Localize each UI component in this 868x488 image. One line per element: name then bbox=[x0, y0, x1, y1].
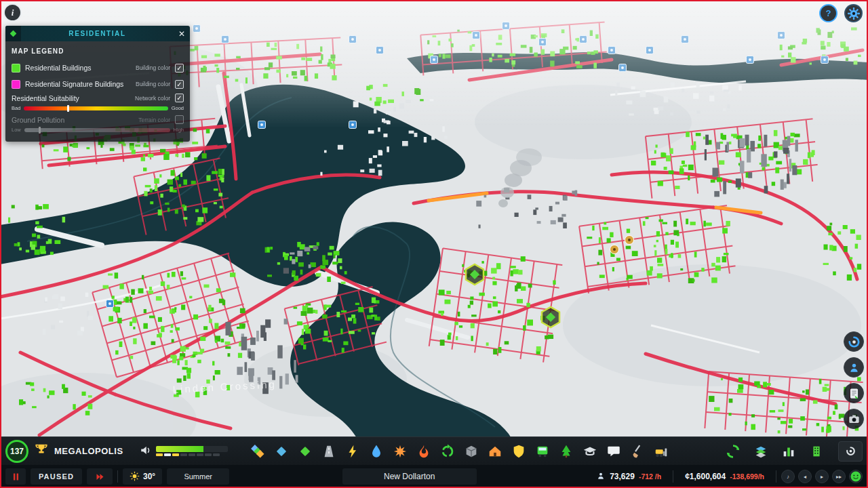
education-tool-icon bbox=[583, 444, 597, 459]
season-display[interactable]: Summer bbox=[167, 468, 229, 485]
residential-diamond-icon bbox=[8, 28, 18, 39]
sim-speed-button[interactable] bbox=[87, 468, 113, 485]
trophy-icon bbox=[34, 443, 49, 458]
healthcare-tool[interactable] bbox=[391, 441, 410, 462]
info-button[interactable]: i bbox=[3, 3, 22, 22]
legend-color-type: Building color bbox=[136, 64, 170, 71]
radio-play-button[interactable]: ▸ bbox=[815, 470, 829, 483]
statistics-panel-button[interactable] bbox=[779, 441, 798, 462]
sun-icon bbox=[130, 471, 140, 483]
map-info-panel-button-icon bbox=[753, 444, 768, 459]
garbage-tool-icon bbox=[440, 444, 455, 459]
milestone-level-value: 137 bbox=[10, 447, 24, 456]
areas-tool[interactable] bbox=[272, 441, 291, 462]
legend-close-button[interactable]: ✕ bbox=[174, 26, 190, 41]
residential-zoning-icon bbox=[5, 26, 21, 41]
communications-tool[interactable] bbox=[604, 441, 623, 462]
cargo-tool-icon bbox=[464, 444, 479, 459]
legend-panel: RESIDENTIAL ✕ MAP LEGEND Residential Bui… bbox=[5, 26, 190, 142]
legend-checkbox-ground-pollution[interactable] bbox=[175, 115, 184, 124]
radio-controls: ♪◂▸▸▸ bbox=[781, 470, 863, 483]
economy-panel-button-icon bbox=[726, 444, 741, 459]
pause-button[interactable] bbox=[5, 468, 26, 485]
advisor-button-icon bbox=[848, 361, 861, 374]
legend-section-title: MAP LEGEND bbox=[12, 47, 184, 55]
population-display[interactable]: 73,629 -712 /h bbox=[589, 468, 668, 485]
legend-row-residential-buildings: Residential Buildings Building color✓ bbox=[12, 60, 184, 76]
legend-scale-max: Good bbox=[172, 105, 184, 111]
progress-meter[interactable] bbox=[140, 444, 228, 459]
milestone-level-badge[interactable]: 137 bbox=[5, 440, 28, 463]
trophy-icon bbox=[34, 443, 49, 460]
legend-checkbox-residential-buildings[interactable]: ✓ bbox=[175, 64, 184, 73]
legend-scale-min: Bad bbox=[12, 105, 20, 111]
landscaping-tool[interactable] bbox=[628, 441, 647, 462]
settings-button[interactable] bbox=[844, 4, 863, 22]
legend-gradient-bar bbox=[24, 106, 167, 110]
bulldozer-tool[interactable] bbox=[652, 441, 671, 462]
radio-prev-button[interactable]: ◂ bbox=[798, 470, 812, 483]
water-sewage-tool[interactable] bbox=[367, 441, 386, 462]
statistics-panel-button-icon bbox=[781, 444, 796, 459]
legend-swatch bbox=[12, 64, 20, 73]
legend-body: MAP LEGEND Residential Buildings Buildin… bbox=[5, 41, 190, 142]
fire-rescue-tool-icon bbox=[416, 444, 431, 459]
selected-building-marker[interactable] bbox=[466, 264, 484, 285]
parks-tool[interactable] bbox=[557, 441, 576, 462]
education-tool[interactable] bbox=[580, 441, 599, 462]
city-name-button[interactable]: New Dollarton bbox=[342, 468, 477, 485]
progression-button[interactable] bbox=[844, 331, 864, 352]
legend-label: Residential Signature Buildings bbox=[25, 80, 131, 88]
transportation-tool[interactable] bbox=[533, 441, 552, 462]
legend-checkbox-residential-suitability[interactable]: ✓ bbox=[175, 94, 184, 102]
budget-display[interactable]: ¢1,600,604 -138,699/h bbox=[678, 468, 771, 485]
map-info-panel-button[interactable] bbox=[751, 441, 770, 462]
progression-panel-button[interactable] bbox=[807, 441, 826, 462]
economy-panel-button[interactable] bbox=[724, 441, 743, 462]
advisor-button[interactable] bbox=[844, 357, 864, 378]
progression-panel-button-icon bbox=[809, 444, 824, 459]
milestone-title: MEGALOPOLIS bbox=[54, 446, 123, 456]
service-marker[interactable] bbox=[106, 300, 114, 308]
communications-tool-icon bbox=[606, 444, 621, 459]
selected-building-marker[interactable] bbox=[542, 307, 559, 327]
landscaping-tool-icon bbox=[630, 444, 645, 459]
legend-title: RESIDENTIAL bbox=[21, 30, 174, 37]
legend-label: Ground Pollution bbox=[12, 116, 134, 124]
police-tool[interactable] bbox=[509, 441, 528, 462]
horn-icon bbox=[140, 444, 152, 456]
roads-tool[interactable] bbox=[319, 441, 338, 462]
legend-checkbox-residential-signature-buildings[interactable]: ✓ bbox=[175, 80, 184, 89]
police-tool-icon bbox=[511, 444, 526, 459]
legend-color-type: Network color bbox=[135, 95, 170, 102]
camera-button[interactable] bbox=[844, 409, 864, 429]
legend-color-type: Terrain color bbox=[138, 117, 170, 123]
happiness-indicator[interactable] bbox=[849, 470, 863, 483]
warning-marker[interactable] bbox=[625, 236, 634, 245]
journal-button[interactable] bbox=[844, 383, 864, 403]
legend-gradient-bar bbox=[24, 128, 170, 132]
fire-rescue-tool[interactable] bbox=[414, 441, 433, 462]
cargo-tool[interactable] bbox=[462, 441, 481, 462]
help-button[interactable]: ? bbox=[819, 4, 837, 22]
legend-label: Residential Suitability bbox=[12, 94, 130, 102]
radio-station-button[interactable]: ♪ bbox=[781, 470, 795, 483]
budget-rate: -138,699/h bbox=[730, 472, 764, 481]
budget-value: ¢1,600,604 bbox=[685, 472, 726, 481]
electricity-tool-icon bbox=[345, 444, 360, 459]
divider bbox=[673, 470, 673, 483]
garbage-tool[interactable] bbox=[438, 441, 457, 462]
healthcare-tool-icon bbox=[393, 444, 408, 459]
vegetation-tool-icon bbox=[298, 444, 313, 459]
vegetation-tool[interactable] bbox=[296, 441, 315, 462]
fast-forward-icon bbox=[95, 472, 105, 482]
warning-marker[interactable] bbox=[610, 245, 619, 254]
temperature-value: 30° bbox=[143, 472, 155, 481]
zoning-tool[interactable] bbox=[248, 441, 267, 462]
shelter-tool[interactable] bbox=[486, 441, 505, 462]
radio-next-button[interactable]: ▸▸ bbox=[832, 470, 846, 483]
toolbar-tools bbox=[248, 441, 671, 462]
electricity-tool[interactable] bbox=[343, 441, 362, 462]
photo-mode-button[interactable] bbox=[838, 441, 863, 462]
water-sewage-tool-icon bbox=[369, 444, 384, 459]
